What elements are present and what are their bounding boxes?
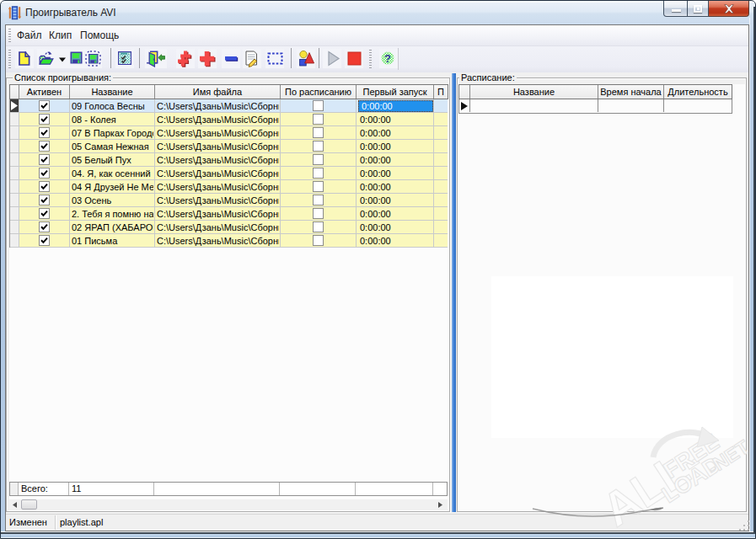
svg-text:?: ? — [384, 52, 391, 65]
